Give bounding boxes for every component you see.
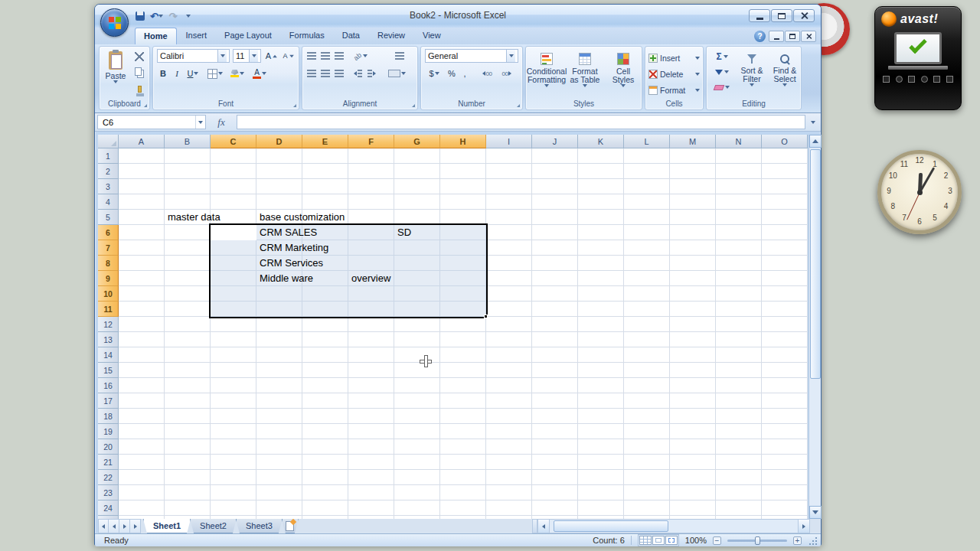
clipboard-dialog-launcher[interactable] [140, 100, 148, 108]
workbook-restore-button[interactable] [785, 31, 800, 42]
row-header-5[interactable]: 5 [98, 210, 119, 225]
col-header-N[interactable]: N [716, 135, 762, 148]
shrink-font-button[interactable]: A [281, 49, 296, 63]
cell-D5[interactable]: base customization [260, 210, 345, 225]
close-button[interactable] [793, 9, 815, 22]
ribbon-tab-view[interactable]: View [414, 28, 449, 44]
scroll-down-button[interactable] [809, 506, 822, 519]
row-header-14[interactable]: 14 [98, 347, 119, 363]
accounting-format-button[interactable]: $ [425, 67, 443, 80]
number-format-combo[interactable]: General [425, 49, 518, 63]
insert-worksheet-button[interactable] [282, 519, 299, 533]
cell-G6[interactable]: SD [397, 225, 411, 240]
cell-D8[interactable]: CRM Services [260, 256, 323, 271]
page-break-view-button[interactable] [665, 536, 678, 545]
avast-shortcut-icon[interactable] [946, 76, 953, 83]
cell-F9[interactable]: overview [351, 271, 390, 286]
sheet-tab-sheet2[interactable]: Sheet2 [190, 519, 237, 533]
align-left-button[interactable] [305, 67, 318, 80]
vertical-scroll-thumb[interactable] [810, 149, 821, 379]
ribbon-tab-review[interactable]: Review [369, 28, 413, 44]
row-header-7[interactable]: 7 [98, 240, 119, 256]
alignment-dialog-launcher[interactable] [408, 100, 416, 108]
row-header-17[interactable]: 17 [98, 393, 119, 409]
workbook-close-button[interactable] [801, 31, 816, 42]
zoom-out-button[interactable]: − [713, 536, 721, 545]
row-header-10[interactable]: 10 [98, 286, 119, 302]
active-cell[interactable] [211, 225, 256, 240]
ribbon-tab-home[interactable]: Home [135, 28, 177, 44]
qat-customize-button[interactable] [181, 9, 195, 23]
col-header-E[interactable]: E [302, 135, 348, 148]
comma-style-button[interactable]: , [459, 67, 470, 80]
row-header-23[interactable]: 23 [98, 485, 119, 500]
row-header-18[interactable]: 18 [98, 409, 119, 424]
row-header-20[interactable]: 20 [98, 439, 119, 455]
col-header-O[interactable]: O [762, 135, 808, 148]
decrease-decimal-button[interactable]: 00 [498, 67, 516, 80]
row-header-1[interactable]: 1 [98, 148, 119, 164]
page-layout-view-button[interactable] [652, 536, 665, 545]
row-header-2[interactable]: 2 [98, 164, 119, 179]
format-painter-button[interactable] [132, 82, 147, 96]
minimize-button[interactable] [749, 9, 770, 22]
row-header-12[interactable]: 12 [98, 317, 119, 332]
insert-cells-button[interactable]: Insert [648, 51, 701, 65]
find-select-button[interactable]: Find & Select [769, 49, 800, 99]
row-header-6[interactable]: 6 [98, 225, 119, 240]
copy-button[interactable] [132, 66, 147, 80]
col-header-J[interactable]: J [532, 135, 578, 148]
grow-font-button[interactable]: A [264, 49, 279, 63]
row-header-9[interactable]: 9 [98, 271, 119, 286]
row-header-24[interactable]: 24 [98, 500, 119, 516]
expand-formula-bar-button[interactable] [807, 115, 818, 129]
autosum-button[interactable]: Σ [710, 50, 734, 64]
sheet-tab-sheet3[interactable]: Sheet3 [236, 519, 283, 533]
merge-center-button[interactable] [385, 67, 408, 80]
avast-gadget[interactable]: avast! [874, 6, 962, 110]
underline-button[interactable]: U [185, 67, 201, 80]
paste-button[interactable]: Paste [103, 49, 129, 98]
horizontal-scroll-thumb[interactable] [554, 520, 668, 532]
font-name-combo[interactable]: Calibri [157, 49, 230, 63]
fill-handle[interactable] [484, 315, 488, 318]
col-header-H[interactable]: H [440, 135, 486, 148]
resize-grip[interactable] [808, 536, 818, 546]
row-header-21[interactable]: 21 [98, 455, 119, 470]
font-dialog-launcher[interactable] [289, 100, 297, 108]
col-header-K[interactable]: K [578, 135, 624, 148]
align-center-button[interactable] [319, 67, 332, 80]
workbook-minimize-button[interactable] [769, 31, 784, 42]
sort-filter-button[interactable]: Sort & Filter [736, 49, 768, 99]
scroll-left-button[interactable] [538, 520, 550, 533]
cell-styles-button[interactable]: Cell Styles [605, 48, 642, 99]
align-middle-button[interactable] [319, 49, 332, 63]
last-sheet-button[interactable] [130, 519, 141, 533]
col-header-I[interactable]: I [486, 135, 532, 148]
align-top-button[interactable] [305, 49, 318, 63]
col-header-B[interactable]: B [165, 135, 211, 148]
ribbon-tab-page-layout[interactable]: Page Layout [216, 28, 280, 44]
avast-shortcut-icon[interactable] [896, 76, 903, 83]
cell-D9[interactable]: Middle ware [260, 271, 313, 286]
wrap-text-button[interactable] [393, 49, 407, 63]
undo-button[interactable] [149, 9, 165, 23]
cell-B5[interactable]: master data [168, 210, 220, 225]
italic-button[interactable]: I [171, 67, 183, 80]
delete-cells-button[interactable]: Delete [648, 67, 701, 81]
row-header-11[interactable]: 11 [98, 302, 119, 317]
cell-D7[interactable]: CRM Marketing [260, 240, 328, 256]
percent-style-button[interactable]: % [446, 67, 458, 80]
fill-button[interactable] [710, 65, 734, 79]
cells-area[interactable] [119, 148, 808, 519]
avast-shortcut-icon[interactable] [921, 76, 928, 83]
cell-D6[interactable]: CRM SALES [260, 225, 317, 240]
number-dialog-launcher[interactable] [513, 100, 521, 108]
row-header-15[interactable]: 15 [98, 363, 119, 378]
normal-view-button[interactable] [639, 536, 652, 545]
sheet-tab-sheet1[interactable]: Sheet1 [143, 519, 191, 533]
formula-input[interactable] [237, 115, 805, 129]
vertical-scrollbar[interactable] [808, 135, 821, 519]
titlebar[interactable]: Book2 - Microsoft Excel [95, 5, 821, 28]
zoom-slider[interactable] [727, 540, 787, 542]
